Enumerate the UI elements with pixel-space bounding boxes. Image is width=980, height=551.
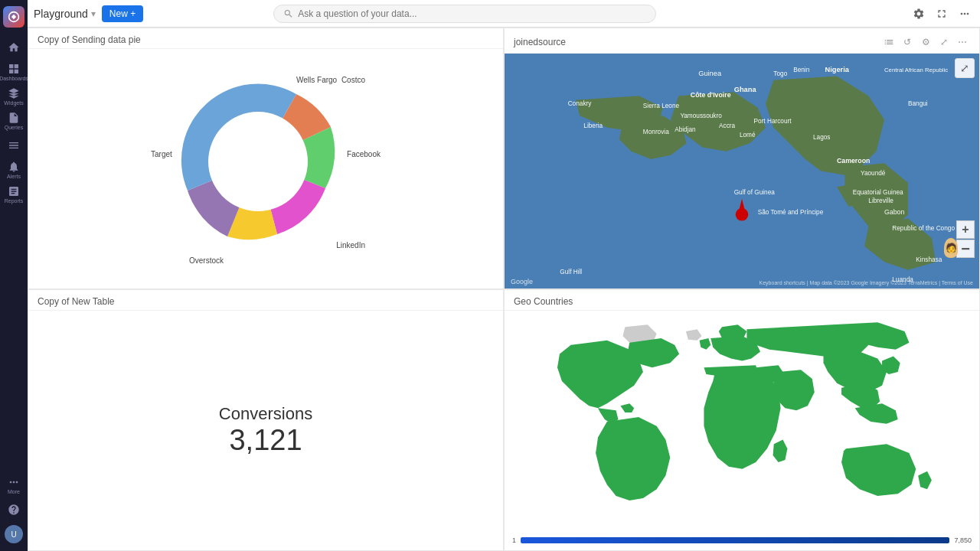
svg-text:Gabon: Gabon	[884, 208, 904, 216]
sidebar-item-more[interactable]: More	[3, 474, 24, 496]
sidebar-item-widgets[interactable]: Widgets	[3, 86, 24, 107]
pie-panel-content: Wells Fargo Costco Facebook LinkedIn Ove…	[28, 49, 503, 289]
map-refresh-icon[interactable]: ↺	[900, 34, 915, 50]
sidebar-item-alerts-label: Alerts	[7, 174, 21, 179]
label-target: Target	[151, 150, 172, 158]
svg-text:Liberia: Liberia	[583, 122, 603, 129]
sidebar-item-vis[interactable]	[3, 135, 24, 156]
map-zoom-in-button[interactable]: +	[956, 220, 975, 239]
map-more-icon[interactable]: ⋯	[955, 34, 970, 50]
map-svg: Guinea Liberia Sierra Leone Conakry Monr…	[505, 54, 979, 289]
map-chart-icon[interactable]	[881, 34, 897, 50]
topbar-title-area: Playground ▾	[34, 8, 96, 20]
map-fullscreen-button[interactable]: ⤢	[955, 58, 975, 78]
sidebar-item-home[interactable]	[3, 37, 24, 58]
svg-text:Gulf of Guinea: Gulf of Guinea	[734, 190, 776, 197]
sidebar-item-queries-label: Queries	[5, 125, 24, 130]
svg-text:Bangui: Bangui	[908, 100, 928, 107]
sidebar: Dashboards Widgets Queries Alerts Report…	[0, 0, 28, 551]
pie-chart-panel: Copy of Sending data pie	[28, 28, 504, 289]
map-background[interactable]: Guinea Liberia Sierra Leone Conakry Monr…	[505, 54, 979, 289]
world-map-svg	[517, 317, 968, 544]
svg-text:Republic of the Congo: Republic of the Congo	[892, 225, 955, 232]
page-title: Playground	[34, 8, 88, 20]
google-logo: Google	[511, 278, 533, 285]
svg-text:Libreville: Libreville	[868, 197, 893, 204]
topbar-actions	[910, 5, 974, 23]
map-terms: Keyboard shortcuts | Map data ©2023 Goog…	[760, 280, 973, 285]
search-icon	[283, 8, 293, 19]
world-map	[505, 311, 979, 550]
map-panel-content[interactable]: Guinea Liberia Sierra Leone Conakry Monr…	[505, 54, 979, 289]
metric-label-text: Conversions	[219, 404, 312, 424]
donut-chart: Wells Fargo Costco Facebook LinkedIn Ove…	[158, 62, 373, 276]
svg-text:Guinea: Guinea	[698, 70, 722, 78]
more-options-icon[interactable]	[956, 5, 974, 23]
sidebar-item-help[interactable]	[3, 499, 24, 520]
map-panel: joinedsource ↺ ⚙ ⤢ ⋯	[504, 28, 980, 289]
topbar: Playground ▾ New +	[28, 0, 980, 28]
search-bar[interactable]	[273, 5, 656, 23]
map-panel-title: joinedsource	[514, 37, 566, 47]
svg-text:Côte d'Ivoire: Côte d'Ivoire	[691, 91, 731, 99]
pie-panel-title: Copy of Sending data pie	[38, 34, 141, 45]
svg-text:Nigeria: Nigeria	[825, 66, 850, 73]
legend-min-label: 1	[512, 536, 516, 544]
svg-text:Gulf Hill: Gulf Hill	[560, 269, 582, 276]
map-settings-icon[interactable]: ⚙	[918, 34, 933, 50]
sidebar-item-alerts[interactable]: Alerts	[3, 159, 24, 181]
map-header-actions: ↺ ⚙ ⤢ ⋯	[881, 34, 970, 50]
new-button[interactable]: New +	[102, 5, 143, 22]
svg-text:Central African Republic: Central African Republic	[884, 67, 948, 73]
svg-text:Lomé: Lomé	[740, 132, 756, 139]
label-linkedin: LinkedIn	[336, 241, 365, 249]
label-costco: Costco	[341, 76, 365, 84]
map-pegman: 🧑	[944, 238, 958, 258]
svg-text:Conakry: Conakry	[568, 100, 593, 107]
avatar-circle: U	[5, 525, 23, 543]
metric-panel-header: Copy of New Table	[28, 290, 503, 311]
map-expand-icon[interactable]: ⤢	[936, 34, 952, 50]
search-input[interactable]	[298, 8, 646, 19]
sidebar-logo[interactable]	[3, 6, 24, 28]
metric-panel-title: Copy of New Table	[38, 296, 115, 307]
svg-text:Equatorial Guinea: Equatorial Guinea	[853, 190, 903, 197]
donut-svg	[158, 62, 358, 261]
svg-text:Benin: Benin	[793, 67, 810, 73]
label-wells-fargo: Wells Fargo	[296, 76, 337, 84]
main-area: Playground ▾ New + Copy of Sending data …	[28, 0, 980, 551]
geo-panel-title: Geo Countries	[514, 296, 573, 307]
svg-text:Yamoussoukro: Yamoussoukro	[680, 112, 722, 119]
fullscreen-icon[interactable]	[933, 5, 951, 23]
svg-text:Ghana: Ghana	[734, 86, 757, 93]
svg-text:São Tomé and Príncipe: São Tomé and Príncipe	[758, 209, 824, 216]
sidebar-item-reports-label: Reports	[5, 198, 24, 204]
map-zoom-controls: + −	[956, 220, 975, 258]
metric-value-text: 3,121	[229, 424, 302, 457]
svg-text:Accra: Accra	[719, 122, 736, 129]
sidebar-item-dashboards-label: Dashboards	[0, 76, 28, 81]
geo-panel: Geo Countries	[504, 289, 980, 551]
svg-text:Togo: Togo	[773, 71, 787, 78]
sidebar-item-widgets-label: Widgets	[4, 100, 23, 106]
metric-panel: Copy of New Table Conversions 3,121	[28, 289, 504, 551]
map-panel-header: joinedsource ↺ ⚙ ⤢ ⋯	[505, 28, 979, 54]
svg-text:Yaoundé: Yaoundé	[861, 170, 886, 177]
metric-panel-content: Conversions 3,121	[28, 311, 503, 550]
sidebar-item-reports[interactable]: Reports	[3, 184, 24, 205]
sidebar-item-dashboards[interactable]: Dashboards	[3, 61, 24, 83]
svg-text:Sierra Leone: Sierra Leone	[643, 103, 680, 109]
pie-panel-header: Copy of Sending data pie	[28, 28, 503, 49]
svg-text:Cameroon: Cameroon	[837, 157, 870, 165]
map-zoom-out-button[interactable]: −	[956, 240, 975, 258]
user-avatar[interactable]: U	[3, 523, 24, 545]
sidebar-item-queries[interactable]: Queries	[3, 110, 24, 132]
dashboard-grid: Copy of Sending data pie	[28, 28, 980, 551]
svg-text:Port Harcourt: Port Harcourt	[754, 119, 792, 126]
svg-point-1	[208, 112, 308, 211]
settings-icon[interactable]	[910, 5, 928, 23]
geo-panel-content: 1 7,850	[505, 311, 979, 550]
sidebar-item-more-label: More	[8, 489, 20, 494]
chevron-down-icon[interactable]: ▾	[91, 8, 96, 19]
legend-max-label: 7,850	[954, 536, 972, 544]
